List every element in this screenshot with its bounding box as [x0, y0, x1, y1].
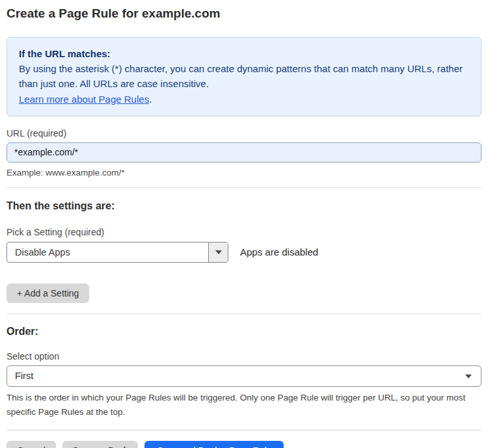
section-divider [7, 313, 481, 314]
select-chevron-icon [465, 375, 472, 378]
url-input[interactable] [7, 142, 481, 163]
add-setting-button[interactable]: + Add a Setting [7, 283, 89, 303]
order-section-heading: Order: [7, 326, 481, 337]
order-select-label: Select option [7, 351, 481, 362]
cancel-button[interactable]: Cancel [7, 441, 56, 448]
link-period: . [149, 94, 152, 105]
save-and-deploy-button[interactable]: Save and Deploy Page Rule [144, 441, 284, 448]
url-example-helper: Example: www.example.com/* [7, 168, 481, 178]
info-box-body: By using the asterisk (*) character, you… [19, 61, 469, 92]
order-select[interactable]: First [7, 365, 481, 387]
save-as-draft-button[interactable]: Save as Draft [62, 441, 139, 448]
footer-divider [7, 430, 481, 430]
setting-dropdown[interactable]: Disable Apps [7, 242, 228, 263]
url-field-label: URL (required) [7, 128, 481, 138]
info-box-link-row: Learn more about Page Rules. [19, 92, 469, 107]
section-divider [7, 187, 481, 188]
order-helper-text: This is the order in which your Page Rul… [7, 391, 481, 419]
learn-more-page-rules-link[interactable]: Learn more about Page Rules [19, 94, 149, 105]
setting-dropdown-arrow-button[interactable] [208, 243, 228, 262]
setting-picker-row: Disable Apps Apps are disabled [7, 242, 481, 263]
action-buttons-row: Cancel Save as Draft Save and Deploy Pag… [7, 441, 481, 448]
pick-setting-label: Pick a Setting (required) [7, 227, 481, 237]
url-match-info-box: If the URL matches: By using the asteris… [7, 37, 481, 116]
setting-status-text: Apps are disabled [240, 246, 318, 257]
settings-section-heading: Then the settings are: [7, 200, 481, 212]
setting-dropdown-value: Disable Apps [7, 243, 208, 262]
info-box-heading: If the URL matches: [19, 46, 469, 61]
dropdown-arrow-icon [215, 250, 222, 254]
page-title: Create a Page Rule for example.com [7, 6, 481, 21]
order-select-value: First [15, 371, 33, 381]
